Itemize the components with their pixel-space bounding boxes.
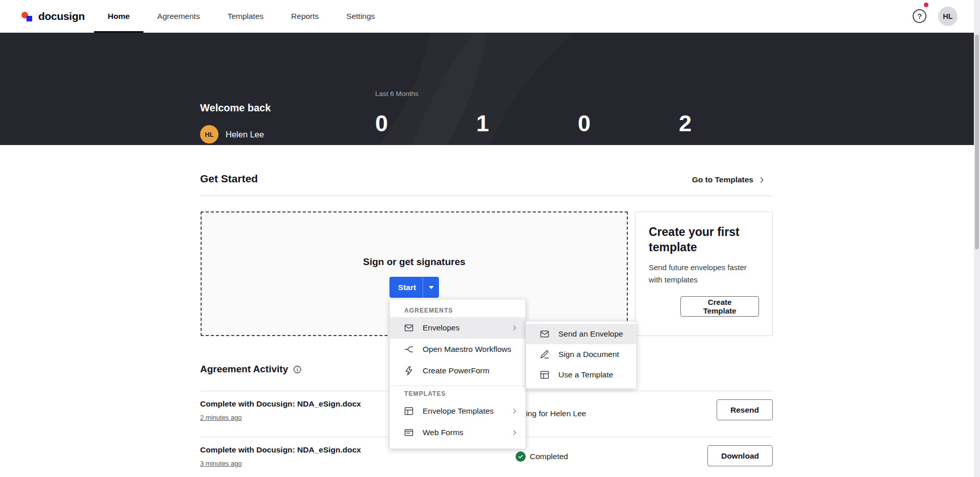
create-template-card: Create your first template Send future e… xyxy=(635,211,773,336)
notification-dot xyxy=(924,3,928,7)
menu-item-label: Use a Template xyxy=(558,370,613,379)
envelope-status-text: Completed xyxy=(530,452,568,461)
agreement-activity-header: Agreement Activity xyxy=(200,364,302,375)
menu-item-label: Web Forms xyxy=(423,428,463,437)
start-button[interactable]: Start xyxy=(389,277,439,298)
template-grid-icon xyxy=(540,370,550,380)
info-icon[interactable] xyxy=(293,365,302,374)
nav-item-templates[interactable]: Templates xyxy=(214,0,278,33)
stats-period-label: Last 6 Months xyxy=(375,90,419,98)
agreement-activity-title: Agreement Activity xyxy=(200,364,288,375)
template-card-body: Send future envelopes faster with templa… xyxy=(649,261,759,286)
stat-value: 0 xyxy=(578,110,625,137)
caret-down-icon xyxy=(423,286,439,289)
submenu-item-use-a-template[interactable]: Use a Template xyxy=(526,365,636,385)
go-to-templates-link[interactable]: Go to Templates xyxy=(692,175,766,184)
stat-action-required: 0 Action Required xyxy=(375,110,430,145)
primary-nav: Home Agreements Templates Reports Settin… xyxy=(94,0,389,33)
stat-label: Completed xyxy=(679,144,716,145)
menu-item-label: Open Maestro Workflows xyxy=(423,345,511,354)
stat-expiring-soon: 0 Expiring Soon xyxy=(578,110,625,145)
template-grid-icon xyxy=(404,406,414,416)
go-to-templates-label: Go to Templates xyxy=(692,175,753,184)
menu-item-envelopes[interactable]: Envelopes xyxy=(390,317,525,339)
help-icon[interactable]: ? xyxy=(913,9,926,23)
completed-check-icon xyxy=(516,451,526,462)
menu-item-label: Envelope Templates xyxy=(423,407,494,416)
scrollbar-thumb[interactable] xyxy=(975,35,979,249)
envelopes-submenu: Send an Envelope Sign a Document Use a T… xyxy=(526,321,636,389)
envelope-status: Completed xyxy=(516,451,568,462)
chevron-right-icon xyxy=(511,324,518,331)
resend-button[interactable]: Resend xyxy=(717,399,773,420)
stat-value: 2 xyxy=(679,110,716,137)
workflow-icon xyxy=(404,344,414,354)
top-navbar: docusign Home Agreements Templates Repor… xyxy=(0,0,980,33)
template-card-title: Create your first template xyxy=(649,224,759,255)
create-template-button[interactable]: Create Template xyxy=(680,296,759,317)
submenu-item-send-an-envelope[interactable]: Send an Envelope xyxy=(526,324,636,344)
envelope-icon xyxy=(404,323,414,333)
nav-item-home[interactable]: Home xyxy=(94,0,143,33)
user-name: Helen Lee xyxy=(226,130,264,139)
download-button[interactable]: Download xyxy=(707,445,773,466)
start-button-label: Start xyxy=(389,283,423,292)
start-dropdown-menu: AGREEMENTS Envelopes Open Maestro Workfl… xyxy=(389,299,526,449)
chevron-right-icon xyxy=(511,429,518,436)
submenu-item-sign-a-document[interactable]: Sign a Document xyxy=(526,344,636,365)
stat-completed: 2 Completed xyxy=(679,110,716,145)
section-divider xyxy=(200,196,773,196)
sign-panel-title: Sign or get signatures xyxy=(202,256,627,268)
get-started-title: Get Started xyxy=(200,173,258,185)
docusign-logo[interactable]: docusign xyxy=(21,0,85,33)
account-avatar[interactable]: HL xyxy=(938,7,958,26)
sign-pencil-icon xyxy=(540,349,550,360)
envelope-timestamp[interactable]: 2 minutes ago xyxy=(200,414,242,421)
welcome-heading: Welcome back xyxy=(200,102,271,114)
stat-label: Action Required xyxy=(375,144,430,145)
stat-label: Waiting for Others xyxy=(476,144,537,145)
menu-item-label: Create PowerForm xyxy=(423,366,489,375)
menu-item-label: Send an Envelope xyxy=(558,329,623,339)
brand-wordmark: docusign xyxy=(38,10,85,22)
menu-item-label: Sign a Document xyxy=(558,350,619,359)
stat-value: 1 xyxy=(476,110,537,137)
menu-item-label: Envelopes xyxy=(423,323,459,332)
menu-item-create-powerform[interactable]: Create PowerForm xyxy=(390,360,525,381)
menu-item-envelope-templates[interactable]: Envelope Templates xyxy=(390,400,525,422)
lightning-icon xyxy=(404,366,414,376)
stat-waiting-for-others: 1 Waiting for Others xyxy=(476,110,537,145)
webform-icon xyxy=(404,427,414,438)
docusign-home-page: docusign Home Agreements Templates Repor… xyxy=(0,0,980,477)
stat-label: Expiring Soon xyxy=(578,144,625,145)
chevron-right-icon xyxy=(511,408,518,415)
hero-user: HL Helen Lee xyxy=(200,125,264,144)
nav-item-settings[interactable]: Settings xyxy=(333,0,389,33)
menu-section-agreements: AGREEMENTS xyxy=(390,304,525,317)
hero-banner: Welcome back HL Helen Lee Last 6 Months … xyxy=(0,33,980,145)
envelope-timestamp[interactable]: 3 minutes ago xyxy=(200,460,242,467)
menu-section-templates: TEMPLATES xyxy=(390,387,525,400)
nav-item-reports[interactable]: Reports xyxy=(277,0,332,33)
menu-item-open-maestro-workflows[interactable]: Open Maestro Workflows xyxy=(390,339,525,360)
menu-item-web-forms[interactable]: Web Forms xyxy=(390,422,525,443)
docusign-logo-icon xyxy=(21,10,34,22)
user-avatar: HL xyxy=(200,125,218,144)
chevron-right-icon xyxy=(758,176,766,184)
menu-divider xyxy=(390,386,525,386)
envelope-icon xyxy=(540,329,550,339)
stat-value: 0 xyxy=(375,110,430,137)
nav-item-agreements[interactable]: Agreements xyxy=(143,0,214,33)
